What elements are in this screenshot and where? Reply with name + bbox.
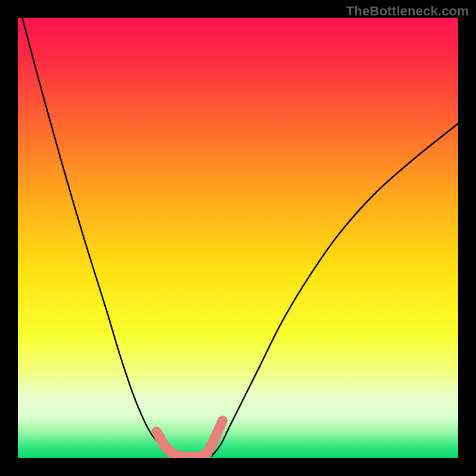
watermark-text: TheBottleneck.com [346,4,469,19]
plot-svg [18,18,458,458]
chart-frame: TheBottleneck.com [0,0,476,476]
plot-area [18,18,458,458]
